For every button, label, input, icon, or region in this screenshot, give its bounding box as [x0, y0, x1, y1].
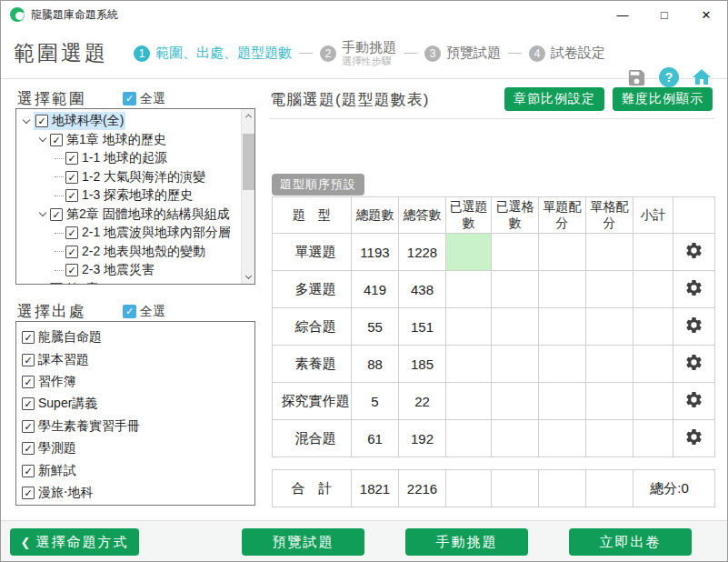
save-button[interactable]	[626, 67, 647, 88]
selected-cells-cell[interactable]	[492, 271, 539, 308]
tree-row[interactable]: ✓ 2-3 地震災害	[16, 261, 241, 280]
source-item[interactable]: ✓ Super講義	[22, 393, 254, 415]
source-checkbox[interactable]: ✓	[22, 465, 35, 477]
per-question-score-cell[interactable]	[539, 420, 586, 457]
source-checkbox[interactable]: ✓	[22, 442, 35, 455]
scrollbar-thumb[interactable]	[243, 134, 254, 190]
scroll-down-icon[interactable]	[242, 270, 255, 284]
tree-expand-icon[interactable]	[38, 138, 50, 141]
step-4-number: 4	[529, 45, 545, 62]
scroll-up-icon[interactable]	[242, 109, 255, 123]
per-cell-score-cell[interactable]	[586, 420, 633, 457]
source-checkbox[interactable]: ✓	[22, 420, 35, 433]
per-question-score-cell[interactable]	[539, 383, 586, 420]
gear-button[interactable]	[684, 316, 703, 335]
tree-checkbox[interactable]: ✓	[65, 152, 78, 165]
tree-expand-icon[interactable]	[22, 120, 34, 123]
selected-questions-cell[interactable]	[446, 346, 492, 383]
selected-questions-cell[interactable]	[446, 271, 492, 308]
source-item[interactable]: ✓ 新鮮試	[22, 459, 254, 481]
total-questions-cell: 61	[352, 420, 399, 457]
close-button[interactable]: ✕	[685, 1, 727, 28]
step-4[interactable]: 4 試卷設定	[529, 45, 605, 62]
gear-button[interactable]	[684, 390, 703, 409]
source-item[interactable]: ✓ 學測題	[22, 437, 254, 459]
selected-questions-cell[interactable]	[446, 234, 492, 271]
per-question-score-cell[interactable]	[539, 271, 586, 308]
difficulty-ratio-button[interactable]: 難度比例顯示	[613, 87, 713, 111]
per-question-score-cell[interactable]	[539, 346, 586, 383]
selected-questions-cell[interactable]	[446, 420, 492, 457]
tree-expand-icon[interactable]	[38, 213, 50, 216]
gear-button[interactable]	[684, 353, 703, 372]
per-cell-score-cell[interactable]	[586, 346, 633, 383]
tree-row[interactable]: ✓ 第2章 固體地球的結構與組成	[16, 206, 241, 225]
source-item[interactable]: ✓ 龍騰自命題	[22, 326, 254, 348]
tree-row[interactable]: 第3章	[16, 280, 241, 285]
maximize-button[interactable]: □	[643, 1, 685, 28]
tree-scrollbar[interactable]	[241, 109, 254, 284]
per-cell-score-cell[interactable]	[586, 271, 633, 308]
selected-cells-cell[interactable]	[492, 420, 539, 457]
tree-row[interactable]: ✓ 1-2 大氣與海洋的演變	[16, 168, 241, 187]
selected-cells-cell[interactable]	[492, 346, 539, 383]
app-logo-icon	[10, 7, 25, 22]
selected-cells-cell[interactable]	[492, 308, 539, 346]
tree-row[interactable]: ✓ 地球科學(全)	[16, 112, 241, 131]
tree-row[interactable]: ✓ 2-2 地表與地殼的變動	[16, 243, 241, 262]
check-icon: ✓	[67, 190, 75, 201]
gear-button[interactable]	[684, 427, 703, 447]
tree-row[interactable]: ✓ 1-3 探索地球的歷史	[16, 186, 241, 206]
per-cell-score-cell[interactable]	[586, 308, 633, 346]
source-item-label: 學生素養實習手冊	[38, 418, 140, 435]
tree-checkbox[interactable]: ✓	[50, 134, 63, 146]
order-preset-badge[interactable]: 題型順序預設	[272, 174, 364, 196]
per-question-score-cell[interactable]	[539, 308, 586, 346]
gear-icon	[684, 316, 703, 335]
tree-checkbox[interactable]: ✓	[35, 115, 48, 127]
tree-row[interactable]: ✓ 第1章 地球的歷史	[16, 131, 241, 150]
source-checkbox[interactable]: ✓	[22, 354, 35, 366]
per-question-score-cell[interactable]	[539, 234, 586, 271]
tree-checkbox[interactable]	[50, 283, 63, 284]
tree-checkbox[interactable]: ✓	[65, 171, 78, 184]
source-item[interactable]: ✓ 課本習題	[22, 348, 254, 370]
source-checkbox[interactable]: ✓	[22, 331, 35, 344]
preview-button[interactable]: 預覽試題	[242, 528, 364, 556]
tree-checkbox[interactable]: ✓	[65, 264, 78, 276]
gear-button[interactable]	[684, 241, 703, 260]
step-3[interactable]: 3 預覽試題	[424, 45, 501, 62]
check-icon: ✓	[67, 246, 75, 257]
step-2[interactable]: 2 手動挑題 選擇性步驟	[320, 40, 396, 66]
column-header-type: 題 型	[273, 197, 352, 234]
source-item[interactable]: ✓ 習作簿	[22, 371, 254, 393]
source-item[interactable]: ✓ 漫旅‧地科	[22, 482, 254, 504]
range-select-all-checkbox[interactable]: ✓	[123, 92, 136, 105]
chapter-ratio-button[interactable]: 章節比例設定	[504, 87, 604, 111]
selected-cells-cell[interactable]	[492, 383, 539, 420]
per-cell-score-cell[interactable]	[586, 383, 633, 420]
tree-checkbox[interactable]: ✓	[65, 246, 78, 258]
generate-button[interactable]: 立即出卷	[569, 528, 692, 556]
gear-button[interactable]	[684, 278, 703, 297]
tree-row[interactable]: ✓ 1-1 地球的起源	[16, 149, 241, 168]
tree-checkbox[interactable]: ✓	[65, 226, 78, 239]
per-cell-score-cell[interactable]	[586, 234, 633, 271]
manual-pick-button[interactable]: 手動挑題	[405, 528, 528, 556]
back-button[interactable]: ❮選擇命題方式	[10, 528, 139, 556]
source-select-all-checkbox[interactable]: ✓	[123, 305, 136, 318]
tree-checkbox[interactable]: ✓	[65, 189, 78, 202]
help-button[interactable]: ?	[659, 67, 679, 87]
tree-checkbox[interactable]: ✓	[50, 208, 63, 221]
home-button[interactable]	[691, 66, 713, 88]
source-checkbox[interactable]: ✓	[22, 487, 35, 499]
source-checkbox[interactable]: ✓	[22, 376, 35, 388]
source-item[interactable]: ✓ 學生素養實習手冊	[22, 416, 254, 437]
step-1[interactable]: 1 範圍、出處、題型題數	[134, 45, 292, 62]
selected-questions-cell[interactable]	[446, 383, 492, 420]
minimize-button[interactable]: —	[602, 1, 643, 28]
tree-row[interactable]: ✓ 2-1 地震波與地球內部分層	[16, 224, 241, 243]
selected-cells-cell[interactable]	[492, 234, 539, 271]
selected-questions-cell[interactable]	[446, 308, 492, 346]
source-checkbox[interactable]: ✓	[22, 397, 35, 410]
